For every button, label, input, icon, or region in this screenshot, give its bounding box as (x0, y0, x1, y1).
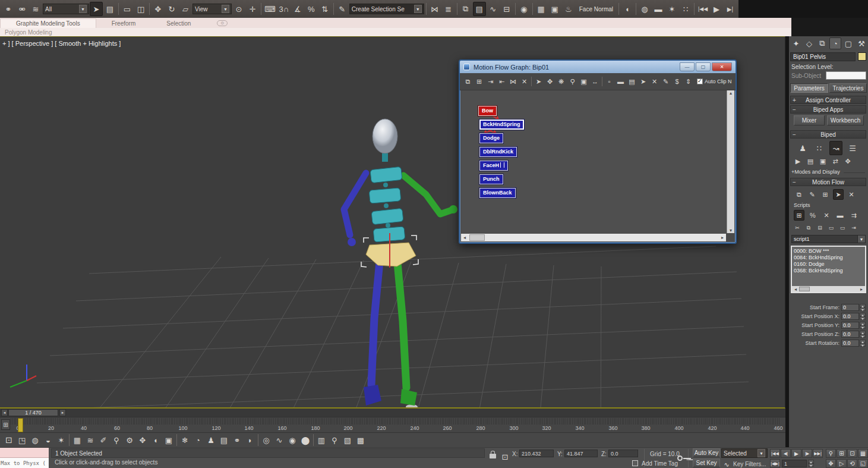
transition-mode-icon[interactable]: ▬ (615, 76, 626, 87)
footstep-mode-icon[interactable]: ∷ (813, 141, 826, 155)
script-name-dropdown[interactable]: script1 (791, 235, 866, 243)
create-multiple-clips-icon[interactable]: ⊞ (474, 76, 485, 87)
plugin-icon[interactable]: ∿ (273, 434, 286, 447)
zoom-extents-icon[interactable]: ⊡ (847, 449, 857, 458)
align-icon[interactable]: ≣ (442, 2, 455, 16)
listener-macro-pane[interactable] (0, 448, 49, 458)
list-item[interactable]: 0368: BckHndSpring (794, 268, 865, 274)
plugin-icon[interactable]: ◔ (191, 434, 204, 447)
select-icon[interactable]: ➤ (533, 76, 544, 87)
graphite-ribbon-toggle-icon[interactable]: ▤ (473, 2, 486, 16)
key-mode-toggle[interactable]: |◀▶| (770, 459, 780, 468)
display-tab-icon[interactable]: ▢ (842, 37, 854, 49)
biped-right-leg[interactable] (397, 263, 406, 388)
biped-left-foot[interactable] (364, 385, 381, 406)
shared-motion-flow-icon[interactable]: ➤ (833, 189, 844, 200)
plugin-icon[interactable]: ❄ (178, 434, 191, 447)
listener-script-pane[interactable]: Max to Physx ( (0, 458, 49, 468)
plugin-icon[interactable]: ▦ (71, 434, 84, 447)
list-horizontal-scrollbar[interactable]: ◂ ▸ (792, 286, 865, 292)
plugin-icon[interactable]: ▥ (315, 434, 328, 447)
clip-mode-icon[interactable]: ▫ (604, 76, 615, 87)
mfg-vertical-scrollbar[interactable]: ▴ ▾ (727, 90, 734, 233)
key-filter-dropdown[interactable]: Selected (721, 448, 768, 458)
dropdown-arrow-icon[interactable] (414, 5, 422, 13)
start-position-x-field[interactable]: 0.0 (841, 313, 859, 320)
assign-controller-rollout[interactable]: Assign Controller (790, 96, 866, 104)
trajectories-button[interactable]: Trajectories (829, 83, 867, 93)
unlink-selection-icon[interactable]: ⚮ (15, 2, 29, 16)
percent-snap-icon[interactable]: % (305, 2, 318, 16)
convert-icon[interactable]: ⇄ (830, 156, 841, 167)
biped-left-hand[interactable] (348, 238, 356, 246)
plugin-icon[interactable]: ⚀ (2, 434, 15, 447)
rendered-frame-window-icon[interactable]: ▣ (548, 2, 561, 16)
timeline-ruler[interactable]: ⊞ 0 20 40 60 80 100 120 140 160 180 200 … (0, 417, 785, 432)
select-and-link-icon[interactable]: ⚭ (2, 2, 15, 16)
select-clip-icon[interactable]: ➤ (637, 76, 649, 87)
spinner[interactable] (860, 313, 866, 320)
key-filters-button[interactable]: Key Filters... (733, 461, 766, 467)
pan-icon[interactable]: ❋ (555, 76, 567, 87)
spinner[interactable] (860, 322, 866, 329)
select-by-name-icon[interactable]: ▤ (103, 2, 116, 16)
biped-pelvis-selected[interactable] (366, 243, 416, 266)
previous-frame-button[interactable]: ◀| (781, 449, 791, 458)
clip-a-icon[interactable]: ▭ (826, 224, 836, 232)
zoom-all-icon[interactable]: ⊞ (837, 449, 847, 458)
snaps-toggle-icon[interactable]: 3∩ (277, 2, 291, 16)
script-clip-list[interactable]: 0000: BOW *** 0084: BckHndSpring 0160: D… (791, 246, 866, 293)
mixer-button[interactable]: Mixer (794, 115, 825, 125)
walk-through-icon[interactable]: ▷ (837, 459, 847, 468)
select-and-move-icon[interactable]: ✥ (151, 2, 165, 16)
window-titlebar[interactable]: Motion Flow Graph: Bip01 — ▢ ✕ (460, 61, 736, 73)
dropdown-arrow-icon[interactable] (857, 235, 865, 243)
delete-icon[interactable]: ✕ (519, 76, 530, 87)
frame-back-icon[interactable]: ◂ (1, 409, 8, 416)
mfg-horizontal-scrollbar[interactable]: ◂ ▸ (461, 234, 726, 241)
simulation-play-icon[interactable]: ▶ (710, 2, 723, 16)
plugin-icon[interactable]: ≋ (84, 434, 97, 447)
minimize-button[interactable]: — (680, 62, 695, 71)
maximize-viewport-icon[interactable]: ◱ (858, 459, 868, 468)
plugin-icon[interactable]: ✥ (136, 434, 149, 447)
mirror-icon[interactable]: ⋈ (428, 2, 441, 16)
y-coordinate-field[interactable]: 41.847 (564, 450, 598, 457)
plugin-icon[interactable]: ◒ (42, 434, 55, 447)
use-pivot-center-icon[interactable]: ⊙ (232, 2, 245, 16)
copy-icon[interactable]: ⧉ (804, 224, 813, 232)
z-coordinate-field[interactable]: 0.0 (608, 450, 638, 457)
script-mode-icon[interactable]: ▤ (626, 76, 637, 87)
viewport-label[interactable]: + ] [ Perspective ] [ Smooth + Highlight… (2, 40, 121, 47)
selection-lock-icon[interactable] (490, 454, 496, 458)
go-to-start-button[interactable]: |◀◀ (770, 449, 780, 458)
list-item[interactable]: 0084: BckHndSpring (794, 255, 865, 261)
absolute-offset-icon[interactable]: ⊡ (500, 450, 510, 464)
zoom-mode-icon[interactable]: ⚲ (826, 449, 836, 458)
clip-punch[interactable]: Punch (479, 174, 503, 184)
edit-named-selection-sets-icon[interactable]: ✎ (336, 2, 349, 16)
new-clip-icon[interactable]: ⧉ (462, 76, 474, 87)
curve-editor-icon[interactable]: ∿ (487, 2, 500, 16)
create-random-motion-icon[interactable]: ⊞ (794, 210, 804, 221)
parameters-button[interactable]: Parameters (790, 83, 828, 93)
scroll-left-icon[interactable]: ◂ (792, 287, 799, 292)
clip-dodge[interactable]: Dodge (479, 133, 503, 143)
biped-right-arm[interactable] (403, 175, 452, 214)
selection-filter-dropdown[interactable]: All (43, 4, 89, 14)
plugin-icon[interactable]: ▤ (217, 434, 231, 447)
list-item[interactable]: 0000: BOW *** (794, 248, 865, 255)
clip-dblrndkick[interactable]: DblRndKick (479, 147, 517, 157)
show-graph-icon[interactable]: ⧉ (794, 189, 804, 200)
set-keys-icon[interactable] (677, 456, 683, 461)
frame-spinner[interactable] (808, 460, 814, 467)
close-button[interactable]: ✕ (712, 62, 732, 71)
move-all-mode-icon[interactable]: ✥ (842, 156, 853, 167)
maximize-button[interactable]: ▢ (696, 62, 711, 71)
scroll-right-icon[interactable]: ▸ (719, 235, 726, 240)
polygon-modeling-label[interactable]: Polygon Modeling (5, 29, 52, 36)
optimize-transition-icon[interactable]: ⋈ (507, 76, 519, 87)
select-and-manipulate-icon[interactable]: ✛ (246, 2, 259, 16)
zoom-extents-icon[interactable]: ↔ (589, 76, 601, 87)
start-rotation-field[interactable]: 0.0 (841, 340, 859, 347)
